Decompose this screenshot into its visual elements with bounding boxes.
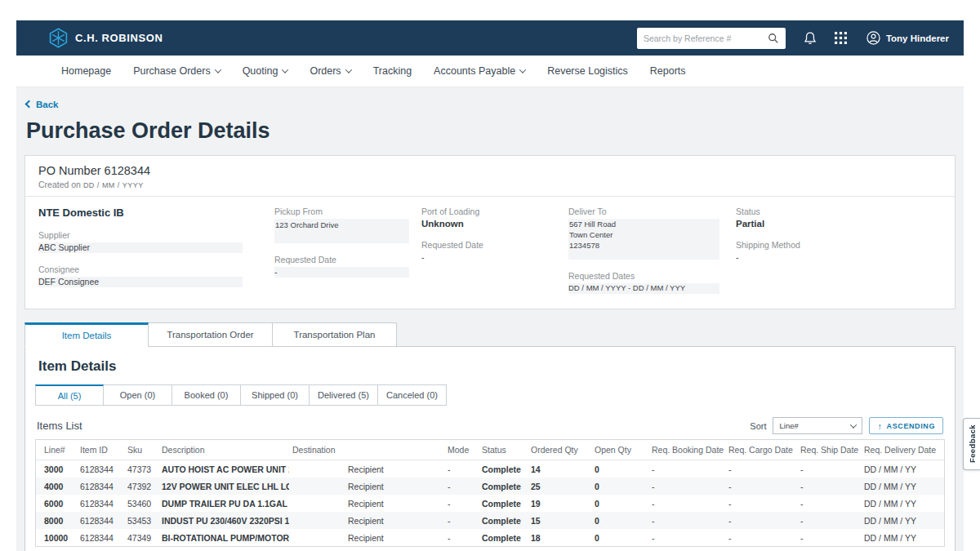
cell-ordered-qty: 19 <box>528 499 591 509</box>
status-label: Status <box>736 207 942 216</box>
main-nav: Homepage Purchase Orders Quoting Orders … <box>16 56 964 87</box>
nav-item[interactable]: Purchase Orders <box>133 65 220 77</box>
nav-item-label: Tracking <box>373 65 412 77</box>
nav-item[interactable]: Reverse Logistics <box>547 65 628 77</box>
nav-item[interactable]: Reports <box>650 65 686 77</box>
status-filter-tab[interactable]: Booked (0) <box>172 384 241 406</box>
supplier-value: ABC Supplier <box>38 242 243 253</box>
page-title: Purchase Order Details <box>26 118 956 144</box>
user-avatar-icon <box>866 31 880 45</box>
status-filter-tab[interactable]: All (5) <box>35 384 104 406</box>
cell-description: BI-ROTATIONAL PUMP/MOTOR <box>158 533 289 543</box>
search-input[interactable] <box>644 33 768 43</box>
port-of-loading-value: Unknown <box>421 219 568 229</box>
nav-item[interactable]: Orders <box>310 65 350 77</box>
cell-item-id: 6128344 <box>77 499 124 509</box>
column-header[interactable]: Line# <box>36 445 77 455</box>
deliver-requested-dates-label: Requested Dates <box>568 271 736 281</box>
user-menu[interactable]: Tony Hinderer <box>866 31 949 45</box>
column-header[interactable]: Req. Booking Date <box>648 445 725 455</box>
po-col-port: Port of Loading Unknown Requested Date - <box>421 207 568 294</box>
status-filter-tab[interactable]: Delivered (5) <box>310 384 378 406</box>
cell-mode: - <box>444 499 479 509</box>
column-header[interactable]: Status <box>479 445 528 455</box>
status-filter-tab[interactable]: Open (0) <box>104 384 172 406</box>
cell-open-qty: 0 <box>591 533 648 543</box>
table-row[interactable]: 4000 6128344 47392 12V POWER UNIT ELEC L… <box>36 478 944 495</box>
search-icon[interactable] <box>768 33 779 44</box>
nav-item[interactable]: Tracking <box>373 65 412 77</box>
cell-destination: Recipient <box>289 533 444 543</box>
cell-ordered-qty: 25 <box>528 482 591 491</box>
pickup-requested-date-label: Requested Date <box>274 255 421 264</box>
status-filter-tab[interactable]: Shipped (0) <box>241 384 310 406</box>
po-summary-card: PO Number 6128344 Created on DD / MM / Y… <box>24 155 956 309</box>
reference-search[interactable] <box>637 28 786 49</box>
sort-direction-button[interactable]: ↑ ASCENDING <box>869 417 943 434</box>
po-number: PO Number 6128344 <box>38 164 942 177</box>
column-header[interactable]: Item ID <box>77 445 124 455</box>
feedback-button[interactable]: Feedback <box>963 418 980 470</box>
consignee-value: DEF Consignee <box>38 277 243 287</box>
item-details-panel: Item Details All (5) Open (0) Booked (0) <box>24 346 956 551</box>
column-header[interactable]: Req. Delivery Date <box>861 445 944 455</box>
cell-open-qty: 0 <box>591 499 648 509</box>
notifications-bell-icon[interactable] <box>804 31 817 45</box>
status-filter-tab[interactable]: Canceled (0) <box>378 384 447 406</box>
column-header[interactable]: Ordered Qty <box>528 445 591 455</box>
cell-sku: 53453 <box>124 516 158 526</box>
pickup-requested-date-value: - <box>274 267 409 278</box>
nav-item-label: Reverse Logistics <box>547 65 628 77</box>
po-col-pickup: Pickup From 123 Orchard Drive Requested … <box>274 207 421 294</box>
table-row[interactable]: 8000 6128344 53453 INDUST PU 230/460V 23… <box>36 512 944 529</box>
table-row[interactable]: 10000 6128344 47349 BI-ROTATIONAL PUMP/M… <box>36 529 944 546</box>
cell-mode: - <box>444 482 479 491</box>
cell-req-delivery-date: DD / MM / YY <box>861 499 944 509</box>
app-frame: C.H. ROBINSON <box>16 20 964 551</box>
cell-status: Complete <box>479 533 528 543</box>
cell-status: Complete <box>479 516 528 526</box>
column-header[interactable]: Open Qty <box>591 445 648 455</box>
table-row[interactable]: 6000 6128344 53460 DUMP TRAILER PU DA 1.… <box>36 495 944 512</box>
cell-req-delivery-date: DD / MM / YY <box>861 464 944 474</box>
table-row[interactable]: 3000 6128344 47373 AUTO HOIST AC POWER U… <box>36 460 944 478</box>
nav-item[interactable]: Accounts Payable <box>434 65 525 77</box>
status-filter-label: All (5) <box>58 391 82 401</box>
nav-item[interactable]: Homepage <box>61 65 111 77</box>
tab[interactable]: Transportation Plan <box>273 322 397 347</box>
column-header[interactable]: Req. Ship Date <box>797 445 861 455</box>
nav-item[interactable]: Quoting <box>243 65 288 77</box>
sort-select[interactable]: Line# <box>773 417 862 434</box>
po-col-status: Status Partial Shipping Method - <box>736 207 942 294</box>
column-header[interactable]: Mode <box>444 445 479 455</box>
po-col-parties: NTE Domestic IB Supplier ABC Supplier Co… <box>38 207 274 294</box>
tab-label: Transportation Plan <box>294 330 376 340</box>
cell-ordered-qty: 18 <box>528 533 591 543</box>
back-link[interactable]: Back <box>26 100 59 109</box>
cell-open-qty: 0 <box>591 464 648 474</box>
cell-status: Complete <box>479 482 528 491</box>
status-filter-label: Shipped (0) <box>252 390 298 400</box>
column-header[interactable]: Destination <box>289 445 444 455</box>
cell-req-delivery-date: DD / MM / YY <box>861 533 944 543</box>
nav-item-label: Orders <box>310 65 341 77</box>
cell-line-number: 10000 <box>36 533 77 543</box>
cell-line-number: 3000 <box>36 464 77 474</box>
brand-logo[interactable]: C.H. ROBINSON <box>49 28 163 48</box>
column-header[interactable]: Req. Cargo Date <box>725 445 797 455</box>
apps-grid-icon[interactable] <box>835 32 847 44</box>
items-list-title: Items List <box>37 420 82 432</box>
user-name: Tony Hinderer <box>886 33 949 43</box>
cell-description: AUTO HOIST AC POWER UNIT 230V <box>158 464 289 474</box>
tab[interactable]: Transportation Order <box>149 322 273 347</box>
column-header[interactable]: Sku <box>124 445 158 455</box>
cell-destination: Recipient <box>289 516 444 526</box>
cell-req-ship-date: - <box>797 499 861 509</box>
column-header[interactable]: Description <box>158 445 289 455</box>
po-created: Created on DD / MM / YYYY <box>38 180 942 189</box>
status-filter-label: Open (0) <box>120 390 155 400</box>
tab[interactable]: Item Details <box>24 322 149 347</box>
cell-req-cargo-date: - <box>725 464 797 474</box>
cell-item-id: 6128344 <box>77 533 124 543</box>
brand-name: C.H. ROBINSON <box>75 32 163 44</box>
